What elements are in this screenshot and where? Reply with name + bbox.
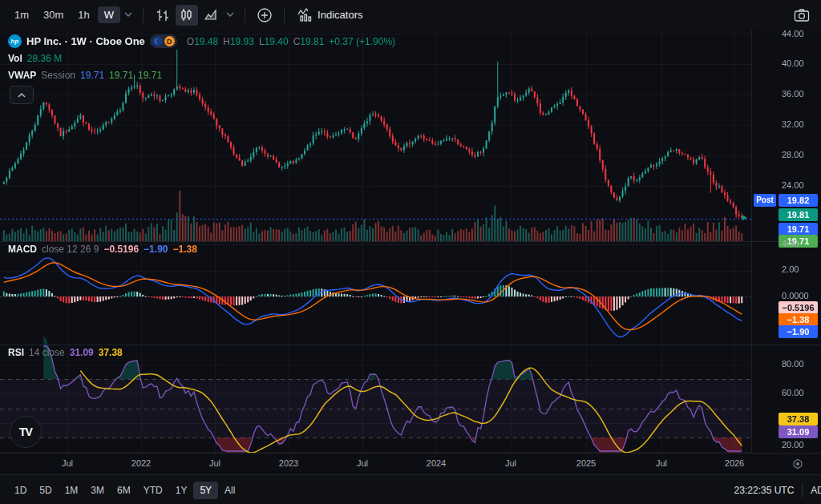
time-label: 2022 — [131, 458, 151, 468]
rsi-tick: 60.00 — [782, 388, 804, 397]
rsi-value-badge: 31.09 — [779, 425, 818, 438]
vwap-value-2: 19.71 — [109, 70, 133, 81]
hp-logo: hp — [8, 34, 22, 48]
tradingview-logo[interactable]: TV — [10, 416, 42, 448]
price-tick: 44.00 — [782, 29, 804, 38]
macd-hist-badge: −0.5196 — [779, 301, 818, 314]
range-button-3m[interactable]: 3M — [84, 482, 111, 499]
scale-settings-gear-icon[interactable] — [792, 458, 803, 470]
range-button-5y[interactable]: 5Y — [193, 482, 218, 499]
macd-hist-value: −0.5196 — [103, 244, 139, 255]
compare-plus-icon[interactable] — [253, 5, 276, 26]
volume-value: 28.36 M — [27, 53, 62, 64]
macd-tick: 4.00 — [782, 239, 799, 248]
market-status-pill: ☾ D — [150, 34, 177, 48]
macd-line-value: −1.90 — [144, 244, 168, 255]
top-toolbar: 1m 30m 1h W — [0, 0, 821, 30]
clock-utc[interactable]: 23:22:35 UTC — [734, 485, 795, 496]
price-axis-column[interactable]: 44.00 40.00 36.00 32.00 28.00 24.00 Post… — [751, 30, 821, 453]
macd-signal-value: −1.38 — [172, 244, 196, 255]
last-price-badge: 19.81 — [779, 208, 818, 221]
volume-legend: Vol 28.36 M — [8, 53, 62, 64]
rsi-title[interactable]: RSI — [8, 347, 24, 358]
price-tick: 28.00 — [782, 150, 804, 159]
symbol-legend: hp HP Inc. · 1W · Cboe One ☾ D O19.48 H1… — [8, 34, 395, 48]
range-button-1m[interactable]: 1M — [59, 482, 85, 499]
indicators-label: Indicators — [317, 9, 362, 21]
style-chevron-down-icon[interactable] — [224, 12, 237, 18]
camera-snapshot-icon[interactable] — [791, 5, 813, 26]
bottom-toolbar: 1D 5D 1M 3M 6M YTD 1Y 5Y All 23:22:35 UT… — [0, 474, 821, 504]
volume-label[interactable]: Vol — [8, 53, 22, 64]
range-button-1d[interactable]: 1D — [8, 482, 33, 499]
macd-title[interactable]: MACD — [8, 244, 37, 255]
adjusted-data-toggle[interactable]: ADJ — [811, 485, 821, 496]
time-label: 2023 — [279, 458, 298, 468]
macd-signal-badge: −1.38 — [779, 313, 818, 326]
symbol-title[interactable]: HP Inc. · 1W · Cboe One — [26, 35, 145, 47]
high-value: 19.93 — [230, 36, 254, 47]
interval-button-1m[interactable]: 1m — [8, 6, 35, 23]
price-tick: 32.00 — [782, 119, 804, 129]
pane-separator[interactable] — [0, 345, 821, 345]
rsi-value: 31.09 — [70, 347, 94, 358]
rsi-ma-badge: 37.38 — [779, 413, 818, 425]
low-label: L — [259, 36, 265, 47]
low-value: 19.40 — [265, 36, 289, 47]
macd-line-badge: −1.90 — [779, 325, 818, 338]
rsi-params: 14 close — [29, 347, 65, 358]
candles-style-icon[interactable] — [176, 5, 198, 26]
area-style-icon[interactable] — [200, 5, 222, 26]
post-market-label: Post — [754, 194, 776, 207]
interval-button-1h[interactable]: 1h — [71, 6, 95, 23]
time-label: Jul — [357, 458, 368, 468]
range-button-6m[interactable]: 6M — [111, 482, 137, 499]
tradingview-logo-text: TV — [19, 425, 32, 438]
interval-button-30m[interactable]: 30m — [37, 6, 70, 23]
interval-chevron-down-icon[interactable] — [122, 12, 135, 18]
pane-separator[interactable] — [0, 241, 821, 242]
high-label: H — [223, 36, 230, 47]
toolbar-divider — [284, 7, 285, 23]
interval-button-weekly[interactable]: W — [98, 6, 120, 23]
range-button-5d[interactable]: 5D — [33, 482, 58, 499]
macd-tick: 2.00 — [782, 264, 799, 274]
rsi-tick: 80.00 — [782, 359, 804, 369]
rsi-ma-value: 37.38 — [99, 347, 123, 358]
rsi-legend: RSI 14 close 31.09 37.38 — [8, 347, 123, 358]
bars-style-icon[interactable] — [152, 5, 174, 26]
post-price-badge: 19.82 — [779, 194, 818, 207]
delayed-data-icon: D — [164, 36, 175, 46]
time-label: Jul — [62, 458, 73, 468]
vwap-value-3: 19.71 — [138, 70, 162, 81]
chart-area[interactable]: hp HP Inc. · 1W · Cboe One ☾ D O19.48 H1… — [0, 30, 821, 453]
macd-legend: MACD close 12 26 9 −0.5196 −1.90 −1.38 — [8, 244, 197, 255]
range-button-all[interactable]: All — [218, 482, 241, 499]
collapse-legend-button[interactable] — [10, 86, 34, 104]
price-tick: 24.00 — [782, 180, 804, 190]
close-label: C — [293, 36, 301, 47]
range-button-1y[interactable]: 1Y — [169, 482, 194, 499]
toolbar-divider — [245, 7, 245, 23]
time-axis[interactable]: Jul 2022 Jul 2023 Jul 2024 Jul 2025 Jul … — [0, 453, 821, 475]
vwap-legend: VWAP Session 19.71 19.71 19.71 — [8, 70, 162, 81]
time-label: Jul — [505, 458, 516, 468]
time-label: Jul — [656, 458, 667, 468]
market-closed-moon-icon: ☾ — [152, 36, 163, 46]
change-value: +0.37 (+1.90%) — [329, 36, 395, 47]
rsi-tick: 20.00 — [782, 440, 804, 450]
time-label: Jul — [209, 458, 220, 468]
price-tick: 36.00 — [782, 89, 804, 99]
tradingview-app: 1m 30m 1h W — [0, 0, 821, 504]
open-value: 19.48 — [194, 36, 218, 47]
vwap-label[interactable]: VWAP — [8, 70, 36, 81]
vwap-param: Session — [41, 70, 75, 81]
toolbar-divider — [802, 483, 803, 498]
toolbar-divider — [143, 7, 144, 23]
indicators-button[interactable]: Indicators — [293, 6, 367, 24]
vwap-price-badge: 19.71 — [779, 223, 818, 236]
range-button-ytd[interactable]: YTD — [137, 482, 169, 499]
close-value: 19.81 — [300, 36, 324, 47]
macd-params: close 12 26 9 — [42, 244, 99, 255]
macd-tick: 0.0000 — [782, 291, 809, 300]
